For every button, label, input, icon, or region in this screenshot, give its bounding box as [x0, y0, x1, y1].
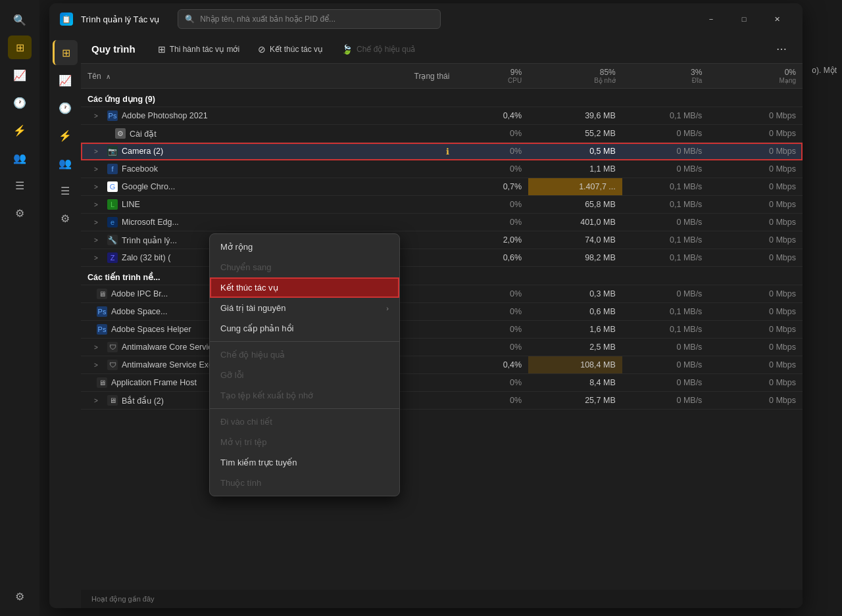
process-disk: 0 MB/s [622, 160, 709, 178]
process-icon: ⚙ [115, 128, 126, 139]
context-menu-item: Chuyển sang [210, 257, 399, 277]
maximize-button[interactable]: □ [729, 9, 759, 30]
process-cpu: 0% [456, 374, 528, 392]
window-controls: − □ ✕ [696, 9, 792, 30]
process-name-label: LINE [122, 200, 140, 209]
table-row[interactable]: > L LINE 0% 65,8 MB 0,1 MB/s 0 Mbps [81, 196, 803, 214]
table-row[interactable]: 🖥 Application Frame Host 0% 8,4 MB 0 MB/… [81, 374, 803, 392]
table-row[interactable]: > 🖥 Bắt đầu (2) 0% 25,7 MB 0 MB/s 0 Mbps [81, 392, 803, 410]
process-net: 0 Mbps [708, 231, 803, 249]
nav-startup[interactable]: ⚡ [53, 123, 78, 148]
context-menu-item[interactable]: Tìm kiếm trực tuyến [210, 452, 399, 473]
process-mem: 0,5 MB [528, 143, 622, 160]
context-menu-item[interactable]: Cung cấp phản hồi [210, 318, 399, 339]
process-table: Tên ∧ Trạng thái 9% CPU 85% Bộ nhớ [81, 64, 803, 410]
more-options-button[interactable]: ⋯ [771, 39, 792, 60]
process-disk: 0 MB/s [622, 125, 709, 143]
expand-arrow[interactable]: > [94, 362, 103, 369]
process-disk: 0,1 MB/s [622, 321, 709, 339]
context-menu-separator [210, 408, 399, 409]
expand-arrow[interactable]: > [94, 344, 103, 351]
process-disk: 0 MB/s [622, 392, 709, 410]
sidebar-search-icon[interactable]: 🔍 [8, 8, 32, 32]
process-status [370, 196, 457, 214]
sidebar-services-icon[interactable]: ⚙ [8, 201, 32, 225]
nav-users[interactable]: 👥 [53, 151, 78, 176]
table-row[interactable]: > 🛡 Antimalware Core Service 0% 2,5 MB 0… [81, 339, 803, 356]
nav-history[interactable]: 🕐 [53, 95, 78, 120]
search-icon: 🔍 [185, 14, 195, 24]
content-area: ⊞ 📈 🕐 ⚡ 👥 ☰ ⚙ Quy trình ⊞ Thi hành tác v… [49, 35, 803, 608]
process-mem: 108,4 MB [528, 356, 622, 374]
expand-arrow[interactable]: > [94, 219, 103, 226]
table-row[interactable]: > 🛡 Antimalware Service Execut... 0,4% 1… [81, 356, 803, 374]
context-menu-item: Mở vị trí tệp [210, 432, 399, 452]
context-menu-item[interactable]: Giá trị tài nguyên› [210, 298, 399, 318]
table-row[interactable]: 🖥 Adobe IPC Br... 0% 0,3 MB 0 MB/s 0 Mbp… [81, 285, 803, 303]
close-button[interactable]: ✕ [762, 9, 792, 30]
col-status: Trạng thái [414, 72, 450, 81]
context-menu-item-label: Kết thúc tác vụ [220, 283, 278, 293]
nav-processes[interactable]: ⊞ [53, 40, 78, 65]
end-task-button[interactable]: ⊘ Kết thúc tác vụ [251, 41, 330, 58]
minimize-button[interactable]: − [696, 9, 726, 30]
table-row[interactable]: > G Google Chro... 0,7% 1.407,7 ... 0,1 … [81, 178, 803, 196]
process-cpu: 0% [456, 196, 528, 214]
new-task-button[interactable]: ⊞ Thi hành tác vụ mới [151, 41, 246, 58]
new-task-label: Thi hành tác vụ mới [170, 45, 239, 54]
context-menu-item-label: Mở rộng [220, 242, 253, 252]
nav-details[interactable]: ☰ [53, 178, 78, 203]
sidebar-users-icon[interactable]: 👥 [8, 146, 32, 170]
nav-performance[interactable]: 📈 [53, 68, 78, 93]
sidebar-settings-icon[interactable]: ⚙ [8, 584, 32, 608]
process-cpu: 0,4% [456, 356, 528, 374]
search-box[interactable]: 🔍 Nhập tên, nhà xuất bản hoặc PID để... [178, 9, 441, 29]
process-name-label: Cài đặt [130, 129, 157, 139]
table-row[interactable]: Ps Adobe Spaces Helper 0% 1,6 MB 0,1 MB/… [81, 321, 803, 339]
process-icon: Z [107, 252, 118, 263]
expand-arrow[interactable]: > [94, 254, 103, 262]
sidebar-performance-icon[interactable]: 📈 [8, 63, 32, 87]
process-status [370, 107, 457, 125]
expand-arrow[interactable]: > [94, 237, 103, 244]
table-row[interactable]: Ps Adobe Space... 0% 0,6 MB 0,1 MB/s 0 M… [81, 303, 803, 321]
expand-arrow[interactable]: > [94, 201, 103, 208]
process-status: ℹ [370, 143, 457, 160]
table-row[interactable]: > Ps Adobe Photoshop 2021 0,4% 39,6 MB 0… [81, 107, 803, 125]
context-menu-chevron: › [386, 304, 389, 312]
table-header: Tên ∧ Trạng thái 9% CPU 85% Bộ nhớ [81, 64, 803, 89]
table-row[interactable]: > e Microsoft Edg... 0% 401,0 MB 0 MB/s … [81, 214, 803, 231]
table-row[interactable]: > Z Zalo (32 bit) ( 0,6% 98,2 MB 0,1 MB/… [81, 249, 803, 267]
context-menu-item[interactable]: Kết thúc tác vụ [210, 277, 399, 298]
process-status [370, 125, 457, 143]
table-row[interactable]: ⚙ Cài đặt 0% 55,2 MB 0 MB/s 0 Mbps [81, 125, 803, 143]
search-placeholder: Nhập tên, nhà xuất bản hoặc PID để... [200, 14, 335, 24]
expand-arrow[interactable]: > [94, 112, 103, 120]
process-icon: L [107, 199, 118, 210]
process-name-label: Microsoft Edg... [122, 218, 179, 227]
context-menu-item-label: Gỡ lỗi [220, 370, 244, 380]
expand-arrow[interactable]: > [94, 397, 103, 404]
expand-arrow[interactable]: > [94, 166, 103, 173]
process-cpu: 0% [456, 143, 528, 160]
process-table-container[interactable]: Tên ∧ Trạng thái 9% CPU 85% Bộ nhớ [81, 64, 803, 590]
sidebar-history-icon[interactable]: 🕐 [8, 91, 32, 114]
sidebar-startup-icon[interactable]: ⚡ [8, 118, 32, 142]
process-name-label: Application Frame Host [111, 378, 197, 387]
process-icon: 🖥 [107, 395, 118, 406]
sidebar-processes-icon[interactable]: ⊞ [8, 36, 32, 59]
table-row[interactable]: > f Facebook 0% 1,1 MB 0 MB/s 0 Mbps [81, 160, 803, 178]
context-menu-item-label: Mở vị trí tệp [220, 437, 267, 447]
table-row[interactable]: > 📷 Camera (2) ℹ 0% 0,5 MB 0 MB/s 0 Mbps [81, 143, 803, 160]
expand-arrow[interactable]: > [94, 148, 103, 155]
expand-arrow[interactable]: > [94, 183, 103, 191]
nav-services[interactable]: ⚙ [53, 206, 78, 231]
process-name-label: Trình quản lý... [122, 235, 177, 245]
efficiency-mode-button[interactable]: 🍃 Chế độ hiệu quả [335, 41, 422, 58]
table-row[interactable]: > 🔧 Trình quản lý... 2,0% 74,0 MB 0,1 MB… [81, 231, 803, 249]
context-menu-item[interactable]: Mở rộng [210, 237, 399, 257]
col-net-label: Mạng [715, 77, 796, 84]
context-menu-item: Chế độ hiệu quả [210, 344, 399, 365]
sidebar-details-icon[interactable]: ☰ [8, 174, 32, 197]
process-name-cell: > G Google Chro... [81, 178, 370, 196]
